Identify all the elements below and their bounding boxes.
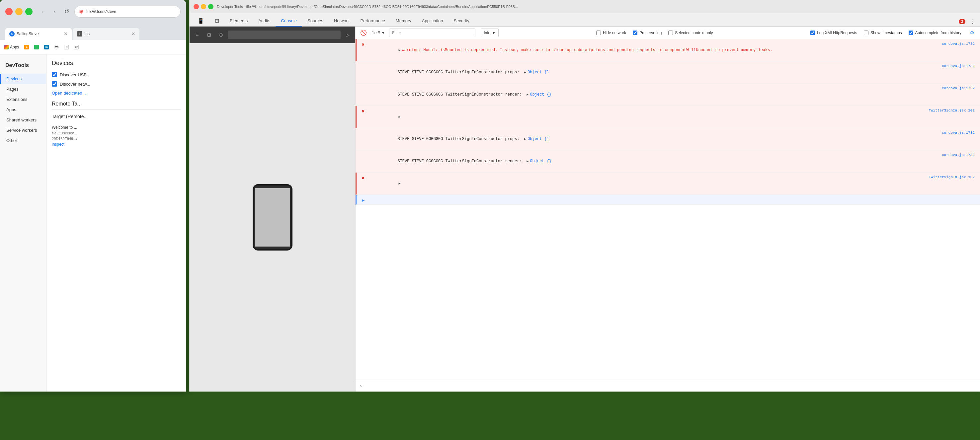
dt-tab-sources[interactable]: Sources [302, 15, 329, 27]
device-icon-network[interactable]: ⊕ [216, 30, 226, 40]
error-source-1[interactable]: cordova.js:1732 [920, 40, 980, 46]
devtools-close-button[interactable] [194, 4, 199, 9]
devices-section-title: Devices [52, 60, 181, 67]
error-child-source-1[interactable]: cordova.js:1732 [920, 63, 980, 68]
bookmark-linkedin[interactable]: in [44, 45, 49, 49]
apps-label: Apps [10, 45, 19, 49]
info-message-1: ▶ [356, 195, 980, 205]
dt-tab-application[interactable]: Application [417, 15, 449, 27]
expand-arrow-1[interactable]: ▶ [398, 48, 400, 52]
dt-tab-memory[interactable]: Memory [390, 15, 417, 27]
back-button[interactable]: ‹ [38, 6, 48, 17]
refresh-button[interactable]: ↺ [62, 6, 72, 17]
console-messages: ✖ ▶Warning: Modal: isMounted is deprecat… [356, 39, 980, 380]
sidebar-item-pages[interactable]: Pages [0, 84, 46, 94]
object-expand-1[interactable]: ▶ [524, 71, 526, 74]
bookmark-wiki[interactable]: W [54, 45, 59, 49]
filter-input[interactable] [389, 29, 476, 37]
browser-content: DevTools Devices Pages Extensions Apps S… [0, 54, 186, 392]
preserve-log-checkbox[interactable] [633, 30, 637, 35]
hide-network-checkbox[interactable] [596, 30, 601, 35]
object-ref-2[interactable]: Object {} [530, 92, 551, 97]
autocomplete-checkbox[interactable] [908, 30, 913, 35]
info-text-1 [370, 196, 920, 197]
device-icon-layout[interactable]: ⊞ [204, 30, 214, 40]
info-icon-1[interactable]: ▶ [356, 196, 370, 203]
sidebar-item-apps[interactable]: Apps [0, 105, 46, 115]
device-icon-play[interactable]: ▷ [343, 30, 353, 40]
error-child-source-4[interactable]: cordova.js:1732 [920, 152, 980, 157]
log-xmlhttp-checkbox[interactable] [810, 30, 815, 35]
device-search-input[interactable] [228, 30, 340, 39]
devtools-title-text: Developer Tools - file:///Users/stevepod… [217, 5, 976, 9]
devtools-maximize-button[interactable] [208, 4, 213, 9]
object-expand-2[interactable]: ▶ [527, 93, 528, 97]
error-message-1: ✖ ▶Warning: Modal: isMounted is deprecat… [356, 39, 980, 61]
console-right-options: Log XMLHttpRequests Show timestamps Auto… [810, 29, 976, 37]
console-toolbar: 🚫 file:// ▼ Info ▼ Hide network [356, 27, 980, 39]
bookmark-evernote[interactable] [34, 45, 39, 49]
discover-usb-checkbox[interactable] [52, 72, 57, 77]
object-expand-3[interactable]: ▶ [524, 137, 526, 141]
tab-close-icon[interactable]: ✕ [64, 31, 68, 37]
sidebar-item-devices[interactable]: Devices [0, 74, 46, 84]
nav-controls: ‹ › ↺ [38, 6, 72, 17]
dt-tab-console[interactable]: Console [275, 15, 302, 27]
error-source-2[interactable]: TwitterSignIn.jsx:102 [920, 107, 980, 113]
object-ref-3[interactable]: Object {} [528, 137, 549, 141]
console-clear-button[interactable]: 🚫 [360, 29, 368, 37]
inspect-link[interactable]: inspect [52, 142, 64, 147]
selected-context-label: Selected context only [675, 30, 713, 35]
tab-sailingsteve[interactable]: S SailingSteve ✕ [5, 28, 72, 40]
dt-mobile-icon[interactable]: 📱 [192, 15, 210, 27]
error-child-source-2[interactable]: cordova.js:1732 [920, 85, 980, 90]
error-source-3[interactable]: TwitterSignIn.jsx:102 [920, 174, 980, 179]
device-icon-hamburger[interactable]: ≡ [192, 30, 202, 40]
error-icon-1[interactable]: ✖ [356, 40, 370, 48]
sidebar-item-shared-workers[interactable]: Shared workers [0, 115, 46, 125]
error-icon-3[interactable]: ✖ [356, 174, 370, 181]
bookmark-nyt[interactable]: N [64, 45, 69, 49]
error-icon-2[interactable]: ✖ [356, 107, 370, 114]
tab-ins[interactable]: i Ins ✕ [73, 28, 140, 40]
dt-tab-network[interactable]: Network [329, 15, 355, 27]
dt-tab-audits[interactable]: Audits [253, 15, 275, 27]
dt-grid-icon[interactable]: ⊞ [210, 15, 224, 27]
dt-tab-security[interactable]: Security [448, 15, 474, 27]
forward-button[interactable]: › [50, 6, 60, 17]
error-child-source-3[interactable]: cordova.js:1732 [920, 129, 980, 135]
show-timestamps-checkbox[interactable] [864, 30, 869, 35]
bookmark-amazon[interactable]: a [24, 45, 29, 49]
maximize-button[interactable] [25, 8, 33, 15]
browser-title-bar: ‹ › ↺ 🐙 file:///Users/steve [0, 0, 186, 23]
console-settings-button[interactable]: ⚙ [968, 29, 976, 37]
console-input[interactable] [365, 384, 976, 388]
open-dedicated-link[interactable]: Open dedicated... [52, 91, 181, 95]
error-child-4: STEVE STEVE GGGGGGG TwitterSignInConstru… [356, 150, 980, 173]
close-button[interactable] [5, 8, 13, 15]
object-expand-4[interactable]: ▶ [527, 160, 528, 163]
object-ref-4[interactable]: Object {} [530, 159, 551, 164]
tab-favicon: S [9, 31, 14, 37]
address-bar[interactable]: 🐙 file:///Users/steve [74, 6, 181, 17]
expand-arrow-3[interactable]: ▶ [398, 182, 400, 186]
expand-arrow-2[interactable]: ▶ [398, 115, 400, 119]
sidebar-item-other[interactable]: Other [0, 135, 46, 146]
sidebar-item-extensions[interactable]: Extensions [0, 94, 46, 105]
preserve-log-label: Preserve log [640, 30, 662, 35]
dt-tab-elements[interactable]: Elements [224, 15, 253, 27]
devtools-minimize-button[interactable] [201, 4, 206, 9]
dt-more-options-icon[interactable]: ⋮ [968, 17, 977, 26]
filter-source-selector[interactable]: file:// ▼ [371, 30, 385, 35]
discover-network-checkbox[interactable] [52, 81, 57, 87]
bookmarks-bar: Apps a in W N ny [0, 40, 186, 54]
bookmark-apps[interactable]: Apps [4, 45, 19, 49]
minimize-button[interactable] [15, 8, 22, 15]
sidebar-item-service-workers[interactable]: Service workers [0, 125, 46, 135]
dt-tab-performance[interactable]: Performance [355, 15, 390, 27]
selected-context-checkbox[interactable] [668, 30, 673, 35]
tab-ins-close-icon[interactable]: ✕ [132, 31, 135, 37]
filter-level-dropdown[interactable]: Info ▼ [481, 29, 499, 37]
bookmark-newyorker[interactable]: ny [74, 45, 79, 49]
object-ref-1[interactable]: Object {} [528, 70, 549, 75]
